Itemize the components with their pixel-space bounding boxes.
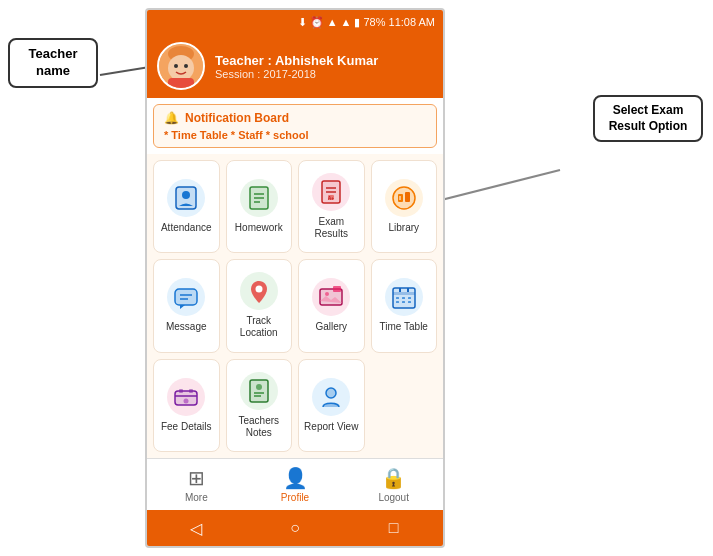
- notif-title: 🔔 Notification Board: [164, 111, 426, 125]
- more-label: More: [185, 492, 208, 503]
- homework-item[interactable]: Homework: [226, 160, 293, 253]
- report-view-icon: [312, 378, 350, 416]
- more-icon: ⊞: [188, 466, 205, 490]
- empty-item: [371, 359, 438, 452]
- session-text: Session : 2017-2018: [215, 68, 378, 80]
- track-location-label: Track Location: [231, 315, 288, 339]
- wifi-icon: ▲: [341, 16, 352, 28]
- time-display: 11:08 AM: [389, 16, 435, 28]
- logout-icon: 🔒: [381, 466, 406, 490]
- phone-frame: ⬇ ⏰ ▲ ▲ ▮ 78% 11:08 AM: [145, 8, 445, 548]
- svg-rect-37: [333, 286, 341, 292]
- grid-row-3: Fee Details Teachers Notes: [153, 359, 437, 452]
- svg-point-57: [256, 384, 262, 390]
- fee-details-label: Fee Details: [161, 421, 212, 433]
- grid-container: Attendance Homework: [147, 154, 443, 458]
- profile-icon: 👤: [283, 466, 308, 490]
- notification-board: 🔔 Notification Board * Time Table * Staf…: [153, 104, 437, 148]
- fee-details-icon: [167, 378, 205, 416]
- message-label: Message: [166, 321, 207, 333]
- svg-rect-29: [175, 289, 197, 305]
- gallery-item[interactable]: Gallery: [298, 259, 365, 352]
- attendance-icon: [167, 179, 205, 217]
- signal-icon: ▲: [327, 16, 338, 28]
- teachers-notes-label: Teachers Notes: [231, 415, 288, 439]
- svg-rect-54: [189, 389, 193, 393]
- home-button[interactable]: ○: [280, 518, 310, 538]
- header: Teacher : Abhishek Kumar Session : 2017-…: [147, 34, 443, 98]
- grid-row-1: Attendance Homework: [153, 160, 437, 253]
- svg-point-8: [184, 64, 188, 68]
- svg-point-52: [184, 398, 189, 403]
- svg-rect-55: [250, 380, 268, 402]
- status-bar: ⬇ ⏰ ▲ ▲ ▮ 78% 11:08 AM: [147, 10, 443, 34]
- svg-rect-53: [179, 389, 183, 393]
- attendance-item[interactable]: Attendance: [153, 160, 220, 253]
- svg-rect-45: [408, 297, 411, 299]
- svg-text:A+: A+: [328, 195, 335, 201]
- battery-icon: ▮: [354, 16, 360, 29]
- recents-button[interactable]: □: [379, 518, 409, 538]
- back-button[interactable]: ◁: [181, 518, 211, 538]
- message-icon: [167, 278, 205, 316]
- teachers-notes-icon: [240, 372, 278, 410]
- time-table-item[interactable]: Time Table: [371, 259, 438, 352]
- select-exam-annotation: Select ExamResult Option: [593, 95, 703, 142]
- outer-wrapper: Teacher name Select ExamResult Option ⬇ …: [0, 0, 713, 556]
- homework-icon: [240, 179, 278, 217]
- gallery-icon: [312, 278, 350, 316]
- nav-logout[interactable]: 🔒 Logout: [344, 459, 443, 510]
- svg-rect-48: [408, 301, 411, 303]
- teachers-notes-item[interactable]: Teachers Notes: [226, 359, 293, 452]
- header-text: Teacher : Abhishek Kumar Session : 2017-…: [215, 53, 378, 80]
- exam-results-label: Exam Results: [303, 216, 360, 240]
- nav-profile[interactable]: 👤 Profile: [246, 459, 345, 510]
- svg-rect-40: [393, 292, 415, 295]
- svg-point-36: [325, 292, 329, 296]
- fee-details-item[interactable]: Fee Details: [153, 359, 220, 452]
- library-item[interactable]: Library: [371, 160, 438, 253]
- logout-label: Logout: [378, 492, 409, 503]
- alarm-icon: ⏰: [310, 16, 324, 29]
- gallery-label: Gallery: [315, 321, 347, 333]
- svg-point-7: [174, 64, 178, 68]
- svg-point-12: [182, 191, 190, 199]
- message-item[interactable]: Message: [153, 259, 220, 352]
- svg-rect-46: [396, 301, 399, 303]
- status-icons: ⬇ ⏰ ▲ ▲ ▮ 78% 11:08 AM: [298, 16, 435, 29]
- homework-label: Homework: [235, 222, 283, 234]
- time-table-icon: [385, 278, 423, 316]
- svg-rect-44: [402, 297, 405, 299]
- time-table-label: Time Table: [380, 321, 428, 333]
- attendance-label: Attendance: [161, 222, 212, 234]
- bell-icon: 🔔: [164, 111, 179, 125]
- profile-label: Profile: [281, 492, 309, 503]
- track-location-icon: [240, 272, 278, 310]
- svg-rect-43: [396, 297, 399, 299]
- svg-point-6: [168, 55, 194, 81]
- android-nav: ◁ ○ □: [147, 510, 443, 546]
- teacher-name-annotation: Teacher name: [8, 38, 98, 88]
- bottom-nav: ⊞ More 👤 Profile 🔒 Logout: [147, 458, 443, 510]
- teacher-name-text: Teacher : Abhishek Kumar: [215, 53, 378, 68]
- exam-results-icon: A+: [312, 173, 350, 211]
- nav-more[interactable]: ⊞ More: [147, 459, 246, 510]
- svg-rect-9: [168, 78, 194, 88]
- svg-point-33: [255, 286, 262, 293]
- svg-rect-27: [405, 192, 410, 202]
- grid-row-2: Message Track Location: [153, 259, 437, 352]
- battery-percent: 78%: [363, 16, 385, 28]
- notif-content: * Time Table * Staff * school: [164, 129, 426, 141]
- library-icon: [385, 179, 423, 217]
- avatar: [157, 42, 205, 90]
- report-view-item[interactable]: Report View: [298, 359, 365, 452]
- library-label: Library: [388, 222, 419, 234]
- report-view-label: Report View: [304, 421, 358, 433]
- exam-results-item[interactable]: A+ Exam Results: [298, 160, 365, 253]
- svg-rect-47: [402, 301, 405, 303]
- track-location-item[interactable]: Track Location: [226, 259, 293, 352]
- download-icon: ⬇: [298, 16, 307, 29]
